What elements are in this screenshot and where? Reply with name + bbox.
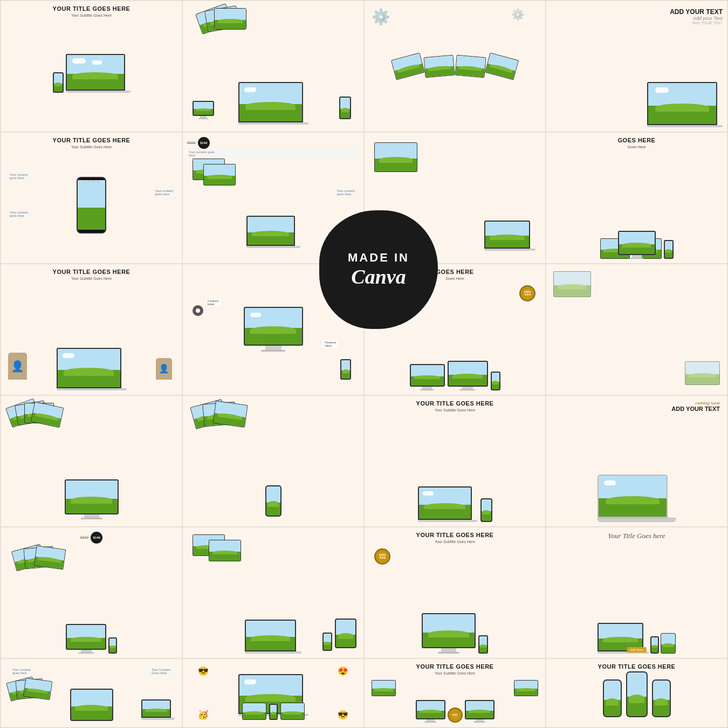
laptop-18	[245, 620, 301, 654]
cell-22: 😎 😍 🥳 😎	[183, 659, 363, 727]
cell-4-subtitle: Add your Text	[693, 16, 723, 21]
cell-17: $999 $149	[1, 527, 182, 658]
emoji-cool: 😎	[338, 710, 348, 720]
cell-2	[183, 1, 363, 132]
cell-15-subtitle: Your Subtitle Goes Here	[435, 408, 475, 412]
cell-11-subtitle: Goes Here	[446, 277, 464, 280]
cell-14	[183, 396, 363, 526]
main-grid: YOUR TITLE GOES HERE Your Subtitle Goes …	[0, 0, 728, 728]
small-tablet-22	[242, 703, 266, 720]
cell-12	[546, 264, 727, 395]
cell-8: GOES HERE Goes Here	[546, 133, 727, 263]
cell-19-devices: 100%★★★	[369, 546, 541, 654]
cell-20-devices: Join Now	[551, 542, 723, 654]
cell-11: GOES HERE Goes Here 100%★★★	[365, 264, 545, 395]
tablet-20	[661, 633, 676, 654]
cell-21-devices: Your contentgoes here Your ContentGoes h…	[5, 663, 177, 723]
content-right-2: Your contentgoes here.	[335, 230, 356, 237]
cell-3: ⚙️ ⚙️	[365, 1, 545, 132]
cell-10-devices: Featurelabel Featurelabel	[187, 269, 359, 390]
content-right: Your contentgoes here.	[335, 189, 356, 196]
join-btn[interactable]: Join Now	[627, 647, 647, 653]
emoji-heart-eyes: 😍	[338, 666, 348, 676]
add-text: ADD YOUR TEXT	[551, 406, 720, 412]
phone-beside	[340, 359, 351, 380]
phone-17	[108, 637, 117, 654]
cell-16-device	[551, 412, 723, 522]
cell-9: YOUR TITLE GOES HERE Your Subtitle Goes …	[1, 264, 182, 395]
phone-8	[664, 240, 674, 259]
person-right: 👤	[156, 358, 172, 380]
cell-5-subtitle: Your Subtitle Goes Here	[71, 145, 112, 149]
cell-3-devices: ⚙️ ⚙️	[369, 5, 541, 127]
coming-soon-text: coming soon	[551, 400, 720, 406]
phone-18	[322, 633, 332, 651]
cell-1-subtitle: Your Subtitle Goes Here	[71, 13, 112, 17]
cell-16: coming soon ADD YOUR TEXT	[546, 396, 727, 526]
phone-15	[480, 498, 492, 522]
cell-20-title: Your Title Goes here	[608, 532, 665, 540]
phone-device	[53, 72, 64, 93]
mac-laptop	[597, 475, 676, 522]
cell-6: $989 $149 Your content goeshere	[183, 133, 363, 263]
callout-label-2: Featurelabel	[323, 340, 338, 348]
phone-24-3	[652, 679, 671, 717]
cell-24-devices	[551, 671, 723, 723]
cell-20: Your Title Goes here Join Now	[546, 527, 727, 658]
tablet-18	[335, 619, 356, 648]
gear-icon: ⚙️	[372, 8, 390, 26]
content-21-1: Your contentgoes here	[11, 668, 32, 675]
cell-6-devices: Your contentgoes here. Your contentgoes …	[187, 159, 359, 259]
laptop-21-small	[141, 699, 175, 720]
cell-22-devices: 😎 😍 🥳 😎	[187, 663, 359, 723]
monitor-23b	[465, 700, 495, 723]
monitor-17	[66, 624, 106, 654]
content-label-top: Your content goeshere	[187, 150, 359, 157]
monitor-1	[410, 364, 445, 390]
content-21-2: Your ContentGoes here	[150, 668, 172, 675]
cell-9-devices: 👤 👤 Your Text Here	[5, 283, 177, 390]
monitor-13	[65, 479, 119, 519]
cell-21: Your contentgoes here Your ContentGoes h…	[1, 659, 182, 727]
emoji-sunglasses: 😎	[198, 666, 209, 676]
price-new-17: $149	[91, 532, 102, 544]
phone-14	[265, 485, 281, 517]
phone-small	[339, 97, 351, 119]
cell-1-title: YOUR TITLE GOES HERE	[53, 5, 131, 12]
monitor-23	[416, 700, 445, 723]
guarantee-badge: 100%★★★	[519, 285, 535, 301]
guarantee-23: 100%	[448, 708, 463, 723]
callout-dot-1	[193, 305, 203, 316]
cell-19-title: YOUR TITLE GOES HERE	[416, 532, 494, 539]
cell-18-devices	[187, 532, 359, 654]
cell-15-devices	[369, 414, 541, 522]
cell-13-devices	[5, 400, 177, 522]
cell-1: YOUR TITLE GOES HERE Your Subtitle Goes …	[1, 1, 182, 132]
settings-icon: ⚙️	[511, 8, 525, 21]
cell-8-subtitle: Goes Here	[628, 145, 646, 149]
cell-24: YOUR TITLE GOES HERE	[546, 659, 727, 727]
price-old-17: $999	[80, 535, 89, 539]
price-old: $989	[187, 141, 196, 145]
guarantee-19: 100%★★★	[374, 548, 390, 565]
cell-4-title: ADD YOUR TEXT	[670, 8, 723, 16]
cell-11-devices: 100%★★★	[369, 283, 541, 390]
cell-14-devices	[187, 400, 359, 522]
price-new: $149	[198, 137, 210, 149]
desktop-center	[244, 307, 303, 352]
cell-8-devices	[551, 151, 723, 259]
cell-24-title: YOUR TITLE GOES HERE	[598, 663, 676, 670]
cell-23-devices: 100%	[369, 677, 541, 723]
phone-19	[478, 635, 488, 654]
cell-23-subtitle: Your Subtitle Goes Here	[435, 671, 475, 675]
monitor-big-19	[422, 613, 476, 654]
cell-1-devices	[5, 19, 177, 127]
cell-18	[183, 527, 363, 658]
cell-8-title: GOES HERE	[618, 137, 656, 144]
content-label-3: Your contentgoes here	[154, 189, 175, 196]
content-label-1: Your contentgoes here	[8, 173, 29, 180]
cell-23-title: YOUR TITLE GOES HERE	[416, 663, 494, 670]
emoji-party: 🥳	[198, 710, 209, 720]
large-phone	[77, 177, 106, 233]
person-left: 👤	[8, 353, 27, 380]
